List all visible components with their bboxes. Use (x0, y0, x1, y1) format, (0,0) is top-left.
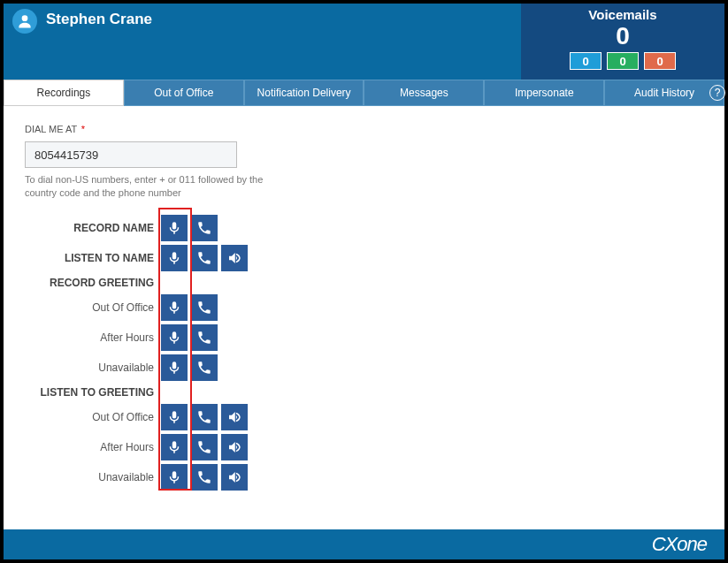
avatar (12, 9, 37, 34)
listen-name-call-button[interactable] (191, 245, 218, 271)
phone-icon (196, 250, 212, 266)
tab-out-of-office[interactable]: Out of Office (124, 80, 244, 106)
microphone-icon (166, 300, 182, 316)
dial-input[interactable] (25, 141, 237, 168)
user-icon (16, 12, 34, 30)
phone-icon (196, 360, 212, 376)
microphone-icon (166, 330, 182, 346)
user-name: Stephen Crane (46, 11, 152, 28)
phone-icon (196, 300, 212, 316)
row-listen-ooo: Out Of Office (25, 402, 703, 432)
speaker-icon (226, 409, 242, 425)
listen-unavailable-mic-button[interactable] (161, 464, 188, 491)
listen-name-play-button[interactable] (221, 245, 248, 271)
listen-afterhours-call-button[interactable] (191, 434, 218, 460)
record-afterhours-label: After Hours (25, 331, 157, 344)
voicemails-panel: Voicemails 0 0 0 0 (521, 4, 724, 80)
help-icon[interactable]: ? (709, 85, 725, 101)
dial-hint: To dial non-US numbers, enter + or 011 f… (25, 173, 264, 201)
dial-label: DIAL ME AT (25, 124, 77, 134)
tab-messages[interactable]: Messages (364, 80, 484, 106)
speaker-icon (226, 469, 242, 485)
voicemails-title: Voicemails (588, 7, 656, 22)
row-record-unavailable: Unavailable (25, 353, 703, 383)
footer: CXone (4, 529, 724, 559)
badge-new[interactable]: 0 (570, 52, 602, 70)
listen-name-label: LISTEN TO NAME (25, 252, 157, 264)
badge-saved[interactable]: 0 (607, 52, 639, 70)
voicemail-badges: 0 0 0 (570, 52, 676, 70)
dial-me-at-group: DIAL ME AT * To dial non-US numbers, ent… (25, 120, 703, 201)
listen-ooo-label: Out Of Office (25, 411, 157, 423)
listen-ooo-call-button[interactable] (191, 404, 218, 430)
phone-icon (196, 409, 212, 425)
phone-icon (196, 330, 212, 346)
badge-deleted[interactable]: 0 (644, 52, 676, 70)
record-ooo-label: Out Of Office (25, 301, 157, 314)
listen-afterhours-play-button[interactable] (221, 434, 248, 460)
svg-point-0 (22, 15, 28, 21)
phone-icon (196, 220, 212, 236)
tabs: Recordings Out of Office Notification De… (4, 80, 724, 106)
listen-unavailable-label: Unavailable (25, 471, 157, 483)
phone-icon (196, 469, 212, 485)
app-window: Stephen Crane Voicemails 0 0 0 0 Recordi… (0, 0, 728, 563)
speaker-icon (226, 439, 242, 455)
listen-unavailable-play-button[interactable] (221, 464, 248, 491)
tab-recordings[interactable]: Recordings (4, 80, 124, 106)
listen-greeting-label: LISTEN TO GREETING (25, 383, 157, 402)
record-greeting-label: RECORD GREETING (25, 273, 157, 293)
content: DIAL ME AT * To dial non-US numbers, ent… (4, 106, 724, 506)
header: Stephen Crane Voicemails 0 0 0 0 (4, 4, 724, 80)
row-record-ooo: Out Of Office (25, 293, 703, 323)
record-name-call-button[interactable] (191, 215, 218, 241)
tab-notification-delivery[interactable]: Notification Delivery (244, 80, 364, 106)
microphone-icon (166, 439, 182, 455)
row-record-afterhours: After Hours (25, 323, 703, 353)
record-name-mic-button[interactable] (161, 215, 188, 241)
record-unavailable-label: Unavailable (25, 361, 157, 374)
record-afterhours-call-button[interactable] (191, 324, 218, 351)
microphone-icon (166, 469, 182, 485)
listen-ooo-play-button[interactable] (221, 404, 248, 430)
row-record-name: RECORD NAME (25, 213, 703, 243)
brand-logo: CXone (652, 533, 707, 556)
record-name-label: RECORD NAME (25, 222, 157, 234)
required-mark: * (81, 124, 85, 134)
record-unavailable-mic-button[interactable] (161, 354, 188, 381)
brand-cx: CX (652, 533, 678, 555)
record-afterhours-mic-button[interactable] (161, 324, 188, 351)
tab-impersonate[interactable]: Impersonate (484, 80, 604, 106)
listen-unavailable-call-button[interactable] (191, 464, 218, 491)
record-ooo-mic-button[interactable] (161, 294, 188, 321)
phone-icon (196, 439, 212, 455)
microphone-icon (166, 220, 182, 236)
header-left: Stephen Crane (4, 4, 161, 80)
microphone-icon (166, 409, 182, 425)
listen-afterhours-mic-button[interactable] (161, 434, 188, 460)
record-unavailable-call-button[interactable] (191, 354, 218, 381)
row-listen-afterhours: After Hours (25, 432, 703, 462)
record-ooo-call-button[interactable] (191, 294, 218, 321)
voicemails-count: 0 (616, 24, 630, 49)
brand-one: one (677, 533, 707, 555)
listen-afterhours-label: After Hours (25, 441, 157, 453)
row-listen-name: LISTEN TO NAME (25, 243, 703, 273)
row-listen-unavailable: Unavailable (25, 462, 703, 492)
recordings-block: RECORD NAME LISTEN TO NAME RECORD GREETI… (25, 213, 703, 492)
microphone-icon (166, 250, 182, 266)
listen-name-mic-button[interactable] (161, 245, 188, 271)
microphone-icon (166, 360, 182, 376)
listen-ooo-mic-button[interactable] (161, 404, 188, 430)
tab-audit-history[interactable]: Audit History (604, 80, 724, 106)
speaker-icon (226, 250, 242, 266)
